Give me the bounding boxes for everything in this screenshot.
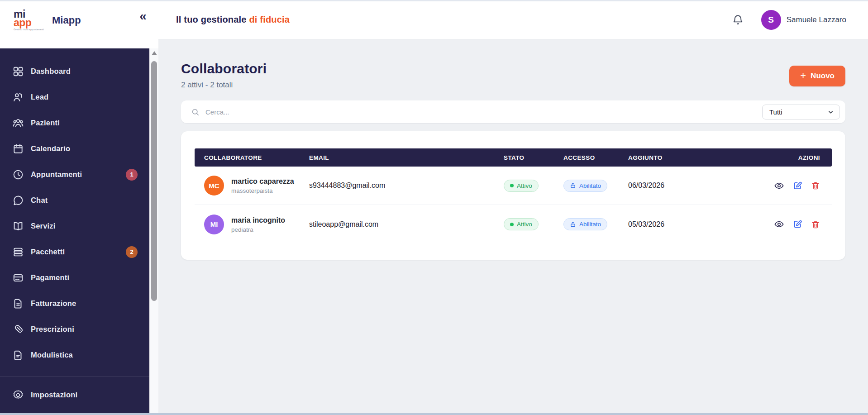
- form-document-icon: [12, 349, 24, 361]
- sidebar-item-label: Prescrizioni: [31, 325, 74, 334]
- main-content: Collaboratori 2 attivi - 2 totali + Nuov…: [158, 40, 868, 415]
- dashboard-grid-icon: [12, 66, 24, 77]
- notifications-bell-icon[interactable]: [732, 14, 744, 26]
- collaborator-email: s93444883@gmail.com: [309, 181, 504, 190]
- scrollbar-up-arrow-icon[interactable]: [152, 51, 157, 55]
- access-label: Abilitato: [579, 221, 601, 228]
- filter-select[interactable]: Tutti: [762, 105, 840, 119]
- page-title: Collaboratori: [181, 61, 267, 76]
- app-name: Miapp: [52, 14, 81, 26]
- edit-icon[interactable]: [793, 181, 802, 191]
- sidebar-item-fatturazione[interactable]: Fatturazione: [0, 291, 149, 316]
- sidebar-item-label: Dashboard: [31, 67, 71, 76]
- filter-selected-value: Tutti: [769, 108, 782, 116]
- notification-badge: 1: [126, 169, 138, 181]
- sidebar: Dashboard Lead Pazienti: [0, 48, 149, 415]
- sidebar-item-servizi[interactable]: Servizi: [0, 213, 149, 239]
- lead-person-icon: [12, 91, 24, 103]
- search-input[interactable]: [205, 108, 762, 116]
- status-dot-icon: [510, 184, 514, 187]
- invoice-document-icon: [12, 298, 24, 310]
- sidebar-item-label: Pazienti: [31, 119, 60, 127]
- added-date: 05/03/2026: [628, 220, 737, 229]
- collaborator-role: pediatra: [231, 226, 285, 233]
- sidebar-item-label: Lead: [31, 93, 48, 101]
- access-label: Abilitato: [579, 182, 601, 189]
- sidebar-collapse-button[interactable]: «: [135, 8, 151, 24]
- sidebar-item-chat[interactable]: Chat: [0, 187, 149, 213]
- user-name[interactable]: Samuele Lazzaro: [787, 15, 846, 24]
- sidebar-item-label: Calendario: [31, 144, 70, 153]
- table-header-row: COLLABORATORE EMAIL STATO ACCESSO AGGIUN…: [195, 148, 832, 167]
- patients-group-icon: [12, 117, 24, 129]
- view-icon[interactable]: [774, 181, 784, 191]
- logo-text-app: app: [14, 19, 44, 27]
- gear-icon: [12, 389, 24, 401]
- sidebar-item-calendario[interactable]: Calendario: [0, 136, 149, 162]
- top-header: Il tuo gestionale di fiducia S Samuele L…: [158, 0, 868, 40]
- sidebar-item-pazienti[interactable]: Pazienti: [0, 110, 149, 136]
- tagline-accent: di fiducia: [249, 14, 290, 24]
- sidebar-nav-list: Dashboard Lead Pazienti: [0, 48, 149, 368]
- sidebar-item-label: Pagamenti: [31, 273, 69, 282]
- table-row: MC martico caparezza massoterpaista s934…: [195, 167, 832, 205]
- sidebar-item-label: Fatturazione: [31, 299, 76, 308]
- plus-icon: +: [800, 71, 806, 81]
- sidebar-item-label: Appuntamenti: [31, 170, 82, 179]
- scrollbar-thumb[interactable]: [151, 61, 157, 301]
- delete-icon[interactable]: [811, 181, 820, 190]
- stack-icon: [12, 246, 24, 258]
- sidebar-item-dashboard[interactable]: Dashboard: [0, 58, 149, 84]
- open-book-icon: [12, 220, 24, 232]
- search-filter-bar: Tutti: [181, 100, 845, 123]
- calendar-icon: [12, 143, 24, 155]
- edit-icon[interactable]: [793, 219, 802, 229]
- sidebar-item-label: Pacchetti: [31, 248, 65, 256]
- sidebar-item-pacchetti[interactable]: Pacchetti 2: [0, 239, 149, 265]
- sidebar-item-prescrizioni[interactable]: Prescrizioni: [0, 316, 149, 342]
- collaborator-name: martico caparezza: [231, 177, 294, 186]
- app-logo[interactable]: mi app Gestisci i tuoi appuntamenti Miap…: [14, 10, 81, 31]
- view-icon[interactable]: [774, 219, 784, 229]
- access-badge[interactable]: Abilitato: [563, 218, 607, 230]
- new-button-label: Nuovo: [811, 72, 835, 81]
- new-collaborator-button[interactable]: + Nuovo: [789, 66, 845, 86]
- notification-badge: 2: [126, 246, 138, 258]
- sidebar-item-label: Impostazioni: [31, 391, 77, 399]
- sidebar-bottom-section: Impostazioni: [0, 377, 149, 413]
- sidebar-item-impostazioni[interactable]: Impostazioni: [0, 382, 149, 408]
- sidebar-item-pagamenti[interactable]: Pagamenti: [0, 265, 149, 291]
- column-header: AZIONI: [737, 154, 820, 161]
- sidebar-item-appuntamenti[interactable]: Appuntamenti 1: [0, 162, 149, 187]
- status-badge: Attivo: [504, 180, 539, 192]
- page-subtitle: 2 attivi - 2 totali: [181, 81, 267, 90]
- logo-mark: mi app: [14, 10, 44, 27]
- credit-card-icon: [12, 272, 24, 284]
- user-avatar[interactable]: S: [761, 10, 781, 30]
- chevron-down-icon: [827, 109, 834, 115]
- window-top-edge: [0, 0, 868, 1]
- collaborator-role: massoterpaista: [231, 187, 294, 194]
- table-row: MI maria incognito pediatra stileoapp@gm…: [195, 205, 832, 243]
- search-icon: [191, 108, 200, 116]
- collaborator-name: maria incognito: [231, 216, 285, 225]
- window-bottom-edge: [0, 413, 868, 415]
- column-header: COLLABORATORE: [204, 154, 309, 161]
- status-badge: Attivo: [504, 218, 539, 230]
- lock-open-icon: [570, 182, 576, 189]
- sidebar-item-lead[interactable]: Lead: [0, 84, 149, 110]
- avatar: MI: [204, 215, 224, 234]
- collaborator-email: stileoapp@gmail.com: [309, 220, 504, 229]
- added-date: 06/03/2026: [628, 181, 737, 190]
- sidebar-item-modulistica[interactable]: Modulistica: [0, 342, 149, 368]
- sidebar-item-label: Servizi: [31, 222, 56, 230]
- sidebar-item-label: Chat: [31, 196, 48, 205]
- collaborators-table-card: COLLABORATORE EMAIL STATO ACCESSO AGGIUN…: [181, 131, 845, 260]
- column-header: EMAIL: [309, 154, 504, 161]
- logo-tagline: Gestisci i tuoi appuntamenti: [14, 29, 44, 31]
- clock-icon: [12, 169, 24, 181]
- access-badge[interactable]: Abilitato: [563, 180, 607, 192]
- sidebar-scrollbar[interactable]: [149, 48, 158, 413]
- delete-icon[interactable]: [811, 220, 820, 229]
- status-label: Attivo: [517, 221, 532, 228]
